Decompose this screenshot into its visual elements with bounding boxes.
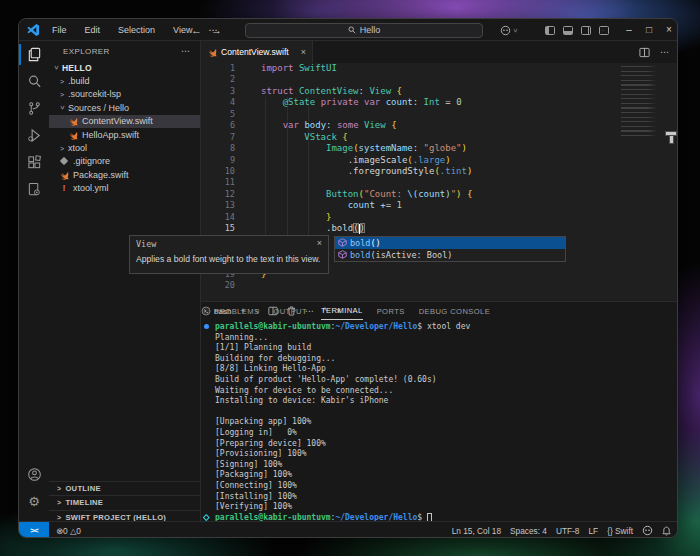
line-number: 2: [201, 74, 235, 85]
terminal-line: parallels@kabir-ubuntuvm:~/Developer/Hel…: [201, 322, 678, 333]
remote-indicator[interactable]: ><: [19, 522, 49, 538]
suggest-item[interactable]: bold(isActive: Bool): [335, 249, 565, 261]
editor-more-icon[interactable]: ⋯: [660, 47, 669, 57]
tree-item--build[interactable]: >.build: [49, 74, 200, 87]
run-and-debug-icon[interactable]: [19, 122, 49, 149]
source-control-icon[interactable]: [19, 95, 49, 122]
account-icon[interactable]: [19, 461, 49, 488]
tree-item--gitignore[interactable]: .gitignore: [49, 155, 200, 168]
problems-status[interactable]: ⊗0 △0: [56, 526, 81, 536]
tree-item-xtool[interactable]: >xtool: [49, 141, 200, 154]
tree-item-xtool-yml[interactable]: !xtool.yml: [49, 182, 200, 195]
section-outline[interactable]: >OUTLINE: [49, 481, 200, 495]
code-line[interactable]: 7 VStack {: [201, 132, 678, 143]
bell-icon[interactable]: [662, 526, 671, 536]
tab-close-icon[interactable]: ×: [301, 47, 306, 57]
code-line[interactable]: 4 @State private var count: Int = 0: [201, 97, 678, 108]
explorer-more-icon[interactable]: ⋯: [181, 46, 190, 56]
swift-file-icon: [59, 170, 69, 180]
terminal-line: [Packaging] 100%: [201, 470, 678, 481]
nav-forward-button[interactable]: →: [211, 23, 222, 37]
copilot-status-icon[interactable]: [642, 525, 653, 536]
code-line[interactable]: 6 var body: some View {: [201, 120, 678, 131]
menu-file[interactable]: File: [45, 23, 74, 37]
panel-tab-debug-console[interactable]: DEBUG CONSOLE: [419, 303, 490, 320]
code-line[interactable]: 5: [201, 109, 678, 120]
swift-tools-icon[interactable]: [19, 176, 49, 203]
maximize-button[interactable]: □: [639, 19, 659, 41]
explorer-header: EXPLORER: [63, 47, 110, 56]
menu-edit[interactable]: Edit: [78, 23, 108, 37]
encoding[interactable]: UTF-8: [556, 526, 580, 536]
code-line[interactable]: 14 }: [201, 212, 678, 223]
indentation[interactable]: Spaces: 4: [510, 526, 547, 536]
section-timeline[interactable]: >TIMELINE: [49, 495, 200, 509]
tab-contentview[interactable]: ContentView.swift ×: [201, 41, 313, 63]
line-number: 9: [201, 155, 235, 166]
suggest-item[interactable]: bold(): [335, 237, 565, 249]
language-mode[interactable]: {} Swift: [607, 526, 633, 536]
prompt-decoration-icon: [203, 514, 209, 520]
minimap[interactable]: [621, 66, 659, 136]
file-label: .sourcekit-lsp: [68, 89, 121, 99]
tree-root[interactable]: > HELLO: [49, 61, 200, 74]
eol[interactable]: LF: [588, 526, 598, 536]
swift-file-icon: [68, 116, 78, 126]
file-label: .gitignore: [73, 156, 110, 166]
vscode-window: FileEditSelectionView⋯ ← → Hello > ·· – …: [18, 18, 678, 538]
customize-layout-button[interactable]: ··: [599, 26, 609, 35]
tree-item-package-swift[interactable]: Package.swift: [49, 168, 200, 181]
command-decoration-icon: [204, 324, 209, 329]
terminal-line: [Connecting] 100%: [201, 481, 678, 492]
terminal-line: [Logging in] 0%: [201, 428, 678, 439]
code-line[interactable]: 13 count += 1: [201, 200, 678, 211]
nav-back-button[interactable]: ←: [191, 23, 202, 37]
code-line[interactable]: 8 Image(systemName: "globe"): [201, 143, 678, 154]
toggle-sidebar-button[interactable]: [545, 26, 555, 35]
panel-tab-output[interactable]: OUTPUT: [273, 303, 307, 320]
code-line[interactable]: 9 .imageScale(.large): [201, 155, 678, 166]
close-button[interactable]: ×: [659, 19, 678, 41]
minimize-button[interactable]: –: [619, 19, 639, 41]
chevron-icon: >: [59, 105, 66, 111]
suggest-detail: (): [370, 238, 380, 248]
panel-tab-ports[interactable]: PORTS: [377, 303, 405, 320]
code-line[interactable]: 3struct ContentView: View {: [201, 86, 678, 97]
tree-item-sources-hello[interactable]: >Sources / Hello: [49, 101, 200, 114]
search-sidebar-icon[interactable]: [19, 68, 49, 95]
file-label: xtool.yml: [73, 183, 109, 193]
chevron-icon: >: [53, 65, 60, 71]
split-editor-icon[interactable]: [639, 47, 650, 58]
code-line[interactable]: 12 Button("Count: \(count)") {: [201, 189, 678, 200]
code-line[interactable]: 10 .foregroundStyle(.tint): [201, 166, 678, 177]
status-bar: >< ⊗0 △0 Ln 15, Col 18 Spaces: 4 UTF-8 L…: [19, 521, 678, 538]
code-line[interactable]: 15 .bold(): [201, 223, 678, 234]
explorer-icon[interactable]: [19, 41, 49, 68]
toggle-secondary-sidebar-button[interactable]: [581, 26, 591, 35]
terminal-line: [201, 407, 678, 418]
line-number: 11: [201, 177, 235, 188]
command-center-search[interactable]: Hello: [245, 23, 483, 38]
tree-item-helloapp-swift[interactable]: HelloApp.swift: [49, 128, 200, 141]
sidebar-sections: >OUTLINE >TIMELINE >SWIFT PROJECT (HELLO…: [49, 481, 200, 524]
code-line[interactable]: 1import SwiftUI: [201, 63, 678, 74]
code-line[interactable]: 11: [201, 177, 678, 188]
panel-tab-terminal[interactable]: TERMINAL: [321, 302, 363, 320]
cursor-position[interactable]: Ln 15, Col 18: [452, 526, 501, 536]
settings-gear-icon[interactable]: ⚙: [19, 488, 49, 515]
terminal[interactable]: parallels@kabir-ubuntuvm:~/Developer/Hel…: [201, 320, 678, 522]
file-label: .build: [68, 76, 90, 86]
copilot-menu-button[interactable]: >: [500, 25, 517, 36]
code-line[interactable]: 2: [201, 74, 678, 85]
hover-close-icon[interactable]: ×: [317, 239, 322, 248]
extensions-icon[interactable]: [19, 149, 49, 176]
code-line[interactable]: 20: [201, 280, 678, 291]
terminal-dropdown-icon[interactable]: >: [253, 309, 260, 313]
search-icon: [348, 26, 356, 34]
line-number: 13: [201, 200, 235, 211]
line-number: 15: [201, 223, 235, 234]
tree-item--sourcekit-lsp[interactable]: >.sourcekit-lsp: [49, 88, 200, 101]
menu-selection[interactable]: Selection: [111, 23, 162, 37]
tree-item-contentview-swift[interactable]: ContentView.swift: [49, 115, 200, 128]
toggle-panel-button[interactable]: [563, 26, 573, 35]
